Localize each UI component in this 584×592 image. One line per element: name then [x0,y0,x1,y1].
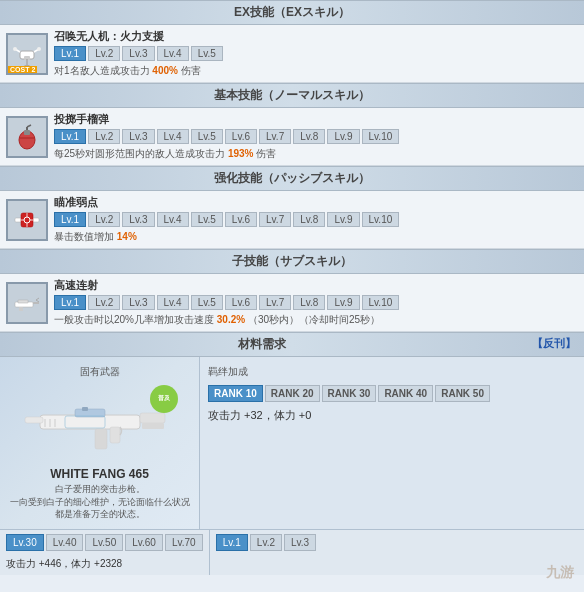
bottom-level-60[interactable]: Lv.60 [125,534,163,551]
weapon-name: WHITE FANG 465 [50,467,149,481]
ex-level-4[interactable]: Lv.4 [157,46,189,61]
sub-skill-row: 高速连射 Lv.1 Lv.2 Lv.3 Lv.4 Lv.5 Lv.6 Lv.7 … [0,274,584,332]
basic-level-10[interactable]: Lv.10 [362,129,400,144]
scope-icon [12,205,42,235]
basic-skill-content: 投掷手榴弹 Lv.1 Lv.2 Lv.3 Lv.4 Lv.5 Lv.6 Lv.7… [54,112,578,161]
sub-level-4[interactable]: Lv.4 [157,295,189,310]
enhance-skill-section: 强化技能（パッシブスキル） 瞄准弱点 Lv.1 Lv.2 Lv.3 Lv.4 L… [0,166,584,249]
svg-rect-33 [82,407,88,411]
sub-level-6[interactable]: Lv.6 [225,295,257,310]
grenade-icon [12,122,42,152]
basic-skill-row: 投掷手榴弹 Lv.1 Lv.2 Lv.3 Lv.4 Lv.5 Lv.6 Lv.7… [0,108,584,166]
ex-skill-header: EX技能（EXスキル） [0,0,584,25]
basic-level-4[interactable]: Lv.4 [157,129,189,144]
rank-50[interactable]: RANK 50 [435,385,490,402]
bottom-right-level-1[interactable]: Lv.1 [216,534,248,551]
bottom-level-bar: Lv.30 Lv.40 Lv.50 Lv.60 Lv.70 [0,530,209,555]
bottom-level-50[interactable]: Lv.50 [85,534,123,551]
enhance-skill-name: 瞄准弱点 [54,195,578,210]
enhance-level-1[interactable]: Lv.1 [54,212,86,227]
sub-level-2[interactable]: Lv.2 [88,295,120,310]
enhance-level-9[interactable]: Lv.9 [327,212,359,227]
bonus-col-header: 羁绊加成 [208,365,576,379]
basic-level-3[interactable]: Lv.3 [122,129,154,144]
svg-rect-29 [25,417,43,423]
ex-skill-section: EX技能（EXスキル） COST 2 召唤无人机：火力支援 Lv.1 Lv.2 … [0,0,584,83]
enhance-level-10[interactable]: Lv.10 [362,212,400,227]
sub-level-10[interactable]: Lv.10 [362,295,400,310]
sub-level-8[interactable]: Lv.8 [293,295,325,310]
ex-level-2[interactable]: Lv.2 [88,46,120,61]
ex-skill-row: COST 2 召唤无人机：火力支援 Lv.1 Lv.2 Lv.3 Lv.4 Lv… [0,25,584,83]
rank-20[interactable]: RANK 20 [265,385,320,402]
enhance-skill-icon [6,199,48,241]
rank-10[interactable]: RANK 10 [208,385,263,402]
sub-skill-icon [6,282,48,324]
materials-action-btn[interactable]: 【反刊】 [524,333,584,356]
ex-skill-content: 召唤无人机：火力支援 Lv.1 Lv.2 Lv.3 Lv.4 Lv.5 对1名敌… [54,29,578,78]
rank-30[interactable]: RANK 30 [322,385,377,402]
sub-skill-desc: 一般攻击时以20%几率增加攻击速度 30.2% （30秒内）（冷却时间25秒） [54,313,578,327]
enhance-skill-level-bar: Lv.1 Lv.2 Lv.3 Lv.4 Lv.5 Lv.6 Lv.7 Lv.8 … [54,212,578,227]
svg-rect-22 [33,302,39,304]
rank-row: RANK 10 RANK 20 RANK 30 RANK 40 RANK 50 [208,385,576,402]
svg-rect-23 [19,307,23,311]
watermark: 九游 [546,564,574,575]
sub-level-5[interactable]: Lv.5 [191,295,223,310]
basic-level-9[interactable]: Lv.9 [327,129,359,144]
enhance-level-3[interactable]: Lv.3 [122,212,154,227]
bottom-right-level-bar: Lv.1 Lv.2 Lv.3 [216,534,578,551]
materials-header: 材料需求 【反刊】 [0,332,584,357]
bonus-panel: 羁绊加成 RANK 10 RANK 20 RANK 30 RANK 40 RAN… [200,357,584,529]
basic-level-6[interactable]: Lv.6 [225,129,257,144]
cost-badge: COST 2 [8,66,37,73]
enhance-level-2[interactable]: Lv.2 [88,212,120,227]
sub-level-7[interactable]: Lv.7 [259,295,291,310]
weapon-image: 普及 [20,383,180,463]
basic-level-8[interactable]: Lv.8 [293,129,325,144]
svg-rect-27 [140,413,165,423]
enhance-level-5[interactable]: Lv.5 [191,212,223,227]
weapon-badge: 普及 [150,385,178,413]
basic-level-5[interactable]: Lv.5 [191,129,223,144]
svg-rect-21 [18,300,28,303]
basic-level-7[interactable]: Lv.7 [259,129,291,144]
ex-skill-level-bar: Lv.1 Lv.2 Lv.3 Lv.4 Lv.5 [54,46,578,61]
svg-rect-28 [142,423,164,429]
enhance-level-7[interactable]: Lv.7 [259,212,291,227]
sub-skill-content: 高速连射 Lv.1 Lv.2 Lv.3 Lv.4 Lv.5 Lv.6 Lv.7 … [54,278,578,327]
svg-line-11 [27,125,31,127]
sub-level-1[interactable]: Lv.1 [54,295,86,310]
basic-level-2[interactable]: Lv.2 [88,129,120,144]
svg-rect-31 [95,429,107,449]
materials-section: 材料需求 【反刊】 固有武器 [0,332,584,575]
basic-skill-level-bar: Lv.1 Lv.2 Lv.3 Lv.4 Lv.5 Lv.6 Lv.7 Lv.8 … [54,129,578,144]
svg-rect-30 [110,427,120,443]
bottom-right-level-2[interactable]: Lv.2 [250,534,282,551]
enhance-level-4[interactable]: Lv.4 [157,212,189,227]
rapid-fire-icon [12,288,42,318]
ex-level-1[interactable]: Lv.1 [54,46,86,61]
ex-level-5[interactable]: Lv.5 [191,46,223,61]
materials-title: 材料需求 [0,333,524,356]
sub-level-3[interactable]: Lv.3 [122,295,154,310]
sub-level-9[interactable]: Lv.9 [327,295,359,310]
basic-level-1[interactable]: Lv.1 [54,129,86,144]
bottom-level-30[interactable]: Lv.30 [6,534,44,551]
ex-level-3[interactable]: Lv.3 [122,46,154,61]
bottom-level-40[interactable]: Lv.40 [46,534,84,551]
enhance-skill-row: 瞄准弱点 Lv.1 Lv.2 Lv.3 Lv.4 Lv.5 Lv.6 Lv.7 … [0,191,584,249]
bottom-right-level-3[interactable]: Lv.3 [284,534,316,551]
rank-40[interactable]: RANK 40 [378,385,433,402]
weapon-col-header: 固有武器 [80,365,120,379]
bottom-level-section: Lv.30 Lv.40 Lv.50 Lv.60 Lv.70 攻击力 +446，体… [0,529,584,575]
enhance-skill-header: 强化技能（パッシブスキル） [0,166,584,191]
ex-skill-desc: 对1名敌人造成攻击力 400% 伤害 [54,64,578,78]
bottom-level-70[interactable]: Lv.70 [165,534,203,551]
sub-skill-header: 子技能（サブスキル） [0,249,584,274]
enhance-level-8[interactable]: Lv.8 [293,212,325,227]
weapon-panel: 固有武器 [0,357,200,529]
bottom-right-panel: Lv.1 Lv.2 Lv.3 [210,530,584,575]
ex-skill-name: 召唤无人机：火力支援 [54,29,578,44]
enhance-level-6[interactable]: Lv.6 [225,212,257,227]
